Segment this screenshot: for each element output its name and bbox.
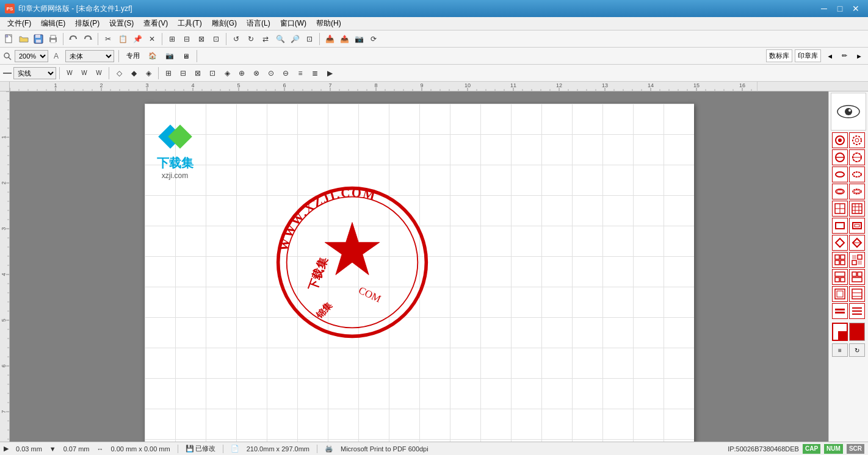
t3-tool8[interactable]: ⊙	[264, 66, 278, 80]
menu-help[interactable]: 帮助(H)	[311, 17, 346, 30]
paste-btn[interactable]: 📌	[131, 32, 144, 46]
t3-tool10[interactable]: ≡	[294, 66, 307, 80]
t3-w1[interactable]: W	[63, 66, 76, 80]
tool-special1[interactable]	[832, 235, 848, 251]
svg-rect-5	[36, 40, 41, 43]
sep5	[319, 33, 320, 45]
menu-view[interactable]: 查看(V)	[139, 17, 173, 30]
tool-grid4[interactable]	[849, 252, 865, 268]
new-btn[interactable]	[2, 32, 16, 46]
open-btn[interactable]	[17, 32, 31, 46]
tool-oval1[interactable]	[832, 167, 848, 182]
t3-tool12[interactable]: ▶	[323, 66, 336, 80]
mirror-btn[interactable]: ⇄	[259, 32, 272, 46]
tool-bar2[interactable]	[849, 303, 865, 319]
tool-grid1[interactable]	[832, 201, 848, 217]
zoom-in-btn[interactable]: 🔍	[273, 32, 287, 46]
delete-btn[interactable]: ✕	[145, 32, 159, 46]
t3-tool1[interactable]: ⊞	[162, 66, 175, 80]
select-btn[interactable]: ⊞	[165, 32, 179, 46]
tool-circle-dash[interactable]	[849, 132, 865, 148]
ungroup-btn[interactable]: ⊠	[195, 32, 208, 46]
stamp-container[interactable]: WWW.XZJI.COM 下载集 COM 锦集	[267, 177, 438, 348]
t3-diamond3[interactable]: ◈	[142, 66, 155, 80]
zoom-select[interactable]: 200% 100% 150% 75% 50%	[15, 50, 48, 62]
menu-settings[interactable]: 设置(S)	[104, 17, 139, 30]
panel-btn1[interactable]: ≡	[832, 343, 848, 357]
tool-circle-full[interactable]	[832, 132, 848, 148]
t3-diamond2[interactable]: ◆	[127, 66, 140, 80]
tool-rect1[interactable]	[832, 218, 848, 234]
svg-rect-64	[852, 272, 856, 276]
special-btn[interactable]: 专用	[123, 50, 143, 62]
group-btn[interactable]: ⊟	[180, 32, 193, 46]
cut-btn[interactable]: ✂	[101, 32, 115, 46]
t3-w2[interactable]: W	[78, 66, 91, 80]
tool-oval2[interactable]	[849, 167, 865, 182]
menu-window[interactable]: 窗口(W)	[275, 17, 311, 30]
color-swatch-red[interactable]	[849, 323, 865, 341]
close-btn[interactable]: ✕	[848, 2, 863, 15]
rotate-btn[interactable]: ↺	[230, 32, 243, 46]
home-btn[interactable]: 🏠	[145, 50, 160, 62]
t3-tool4[interactable]: ⊡	[206, 66, 219, 80]
t3-w3[interactable]: W	[92, 66, 106, 80]
camera-btn[interactable]: 📷	[352, 32, 366, 46]
nav-left[interactable]: ◄	[823, 50, 836, 62]
maximize-btn[interactable]: □	[833, 2, 847, 15]
minimize-btn[interactable]: ─	[817, 2, 831, 15]
lib-label2[interactable]: 印章库	[795, 49, 821, 62]
tool-special2[interactable]	[849, 235, 865, 251]
align-btn[interactable]: ⊡	[209, 32, 223, 46]
tool-oval4[interactable]	[849, 184, 865, 199]
svg-point-34	[853, 172, 861, 177]
t3-tool3[interactable]: ⊠	[191, 66, 204, 80]
tool-rect2[interactable]	[849, 218, 865, 234]
camera2-btn[interactable]: 📷	[162, 50, 177, 62]
redo-btn[interactable]	[81, 32, 95, 46]
canvas-area[interactable]: 下载集 xzji.com	[10, 91, 828, 442]
screen-btn[interactable]: 🖥	[179, 50, 192, 62]
lib-label1[interactable]: 数标库	[766, 49, 792, 62]
t3-tool7[interactable]: ⊗	[250, 66, 263, 80]
zoom-out-btn[interactable]: 🔎	[288, 32, 302, 46]
menu-tools[interactable]: 工具(T)	[173, 17, 206, 30]
menu-layout[interactable]: 排版(P)	[70, 17, 104, 30]
undo-btn[interactable]	[67, 32, 80, 46]
tool-grid5[interactable]	[832, 269, 848, 285]
refresh-btn[interactable]: ⟳	[367, 32, 380, 46]
t3-tool6[interactable]: ⊕	[235, 66, 248, 80]
menu-file[interactable]: 文件(F)	[2, 17, 36, 30]
t3-tool11[interactable]: ≣	[308, 66, 322, 80]
menu-engrave[interactable]: 雕刻(G)	[207, 17, 242, 30]
font-select[interactable]: 未体	[65, 50, 114, 62]
tool-grid3[interactable]	[832, 252, 848, 268]
tool-oval3[interactable]	[832, 184, 848, 199]
tool-bar1[interactable]	[832, 303, 848, 319]
nav-pen[interactable]: ✏	[839, 50, 850, 62]
save-btn[interactable]	[32, 32, 45, 46]
menu-edit[interactable]: 编辑(E)	[36, 17, 70, 30]
zoom-fit-btn[interactable]: ⊡	[303, 32, 316, 46]
t3-tool5[interactable]: ◈	[220, 66, 234, 80]
menu-lang[interactable]: 语言(L)	[242, 17, 275, 30]
tool-circle-minus2[interactable]	[849, 149, 865, 165]
tool-circle-minus1[interactable]	[832, 149, 848, 165]
tool-grid2[interactable]	[849, 201, 865, 217]
export-btn[interactable]: 📤	[338, 32, 351, 46]
copy-btn[interactable]: 📋	[116, 32, 129, 46]
title-bar-controls: ─ □ ✕	[817, 2, 863, 15]
import-btn[interactable]: 📥	[323, 32, 336, 46]
line-type-select[interactable]: 实线 虚线 点线	[13, 67, 56, 79]
color-swatch-white[interactable]	[832, 323, 848, 341]
tool-grid6[interactable]	[849, 269, 865, 285]
print-preview-btn[interactable]	[46, 32, 60, 46]
panel-btn2[interactable]: ↻	[849, 343, 865, 357]
tool-grid7[interactable]	[832, 286, 848, 302]
flip-btn[interactable]: ↻	[244, 32, 258, 46]
t3-tool9[interactable]: ⊖	[279, 66, 292, 80]
t3-tool2[interactable]: ⊟	[176, 66, 190, 80]
tool-grid8[interactable]	[849, 286, 865, 302]
t3-diamond1[interactable]: ◇	[112, 66, 126, 80]
nav-right[interactable]: ►	[853, 50, 866, 62]
